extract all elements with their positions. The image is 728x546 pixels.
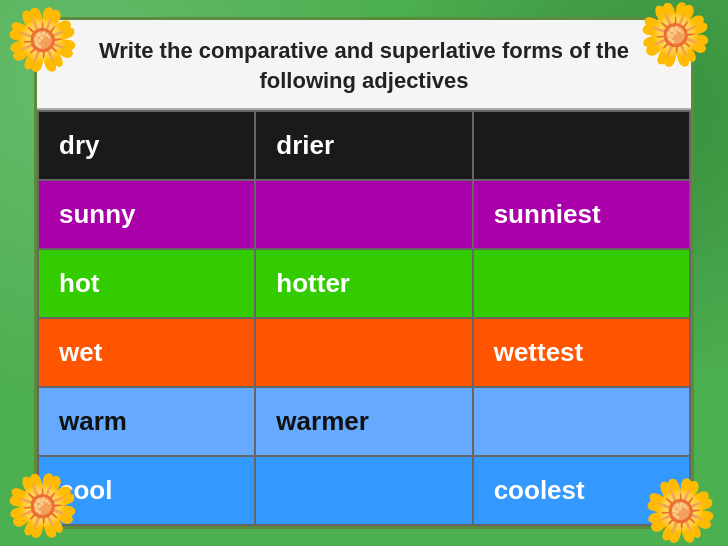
header-line1: Write the comparative and superlative fo… [47,36,681,66]
cell-wet-col1: wet [38,318,255,387]
cell-dry-col2: drier [255,111,472,180]
cell-hot-col2: hotter [255,249,472,318]
cell-sunny-col2 [255,180,472,249]
cell-warm-col1: warm [38,387,255,456]
cell-warm-col3 [473,387,690,456]
table-row-warm: warmwarmer [38,387,690,456]
table-row-hot: hothotter [38,249,690,318]
daisy-decoration-bl: 🌼 [5,476,80,536]
main-card: Write the comparative and superlative fo… [34,17,694,528]
cell-wet-col2 [255,318,472,387]
cell-hot-col1: hot [38,249,255,318]
card-header: Write the comparative and superlative fo… [37,20,691,109]
daisy-decoration-tl: 🌼 [5,10,80,70]
cell-dry-col3 [473,111,690,180]
header-line2: following adjectives [47,66,681,96]
table-row-dry: drydrier [38,111,690,180]
cell-warm-col2: warmer [255,387,472,456]
adjectives-table: drydriersunnysunniesthothotterwetwettest… [37,110,691,526]
cell-sunny-col1: sunny [38,180,255,249]
table-row-sunny: sunnysunniest [38,180,690,249]
cell-hot-col3 [473,249,690,318]
daisy-decoration-br: 🌼 [643,481,718,541]
cell-wet-col3: wettest [473,318,690,387]
daisy-decoration-tr: 🌼 [638,5,713,65]
cell-dry-col1: dry [38,111,255,180]
cell-sunny-col3: sunniest [473,180,690,249]
table-row-cool: coolcoolest [38,456,690,525]
table-row-wet: wetwettest [38,318,690,387]
cell-cool-col2 [255,456,472,525]
